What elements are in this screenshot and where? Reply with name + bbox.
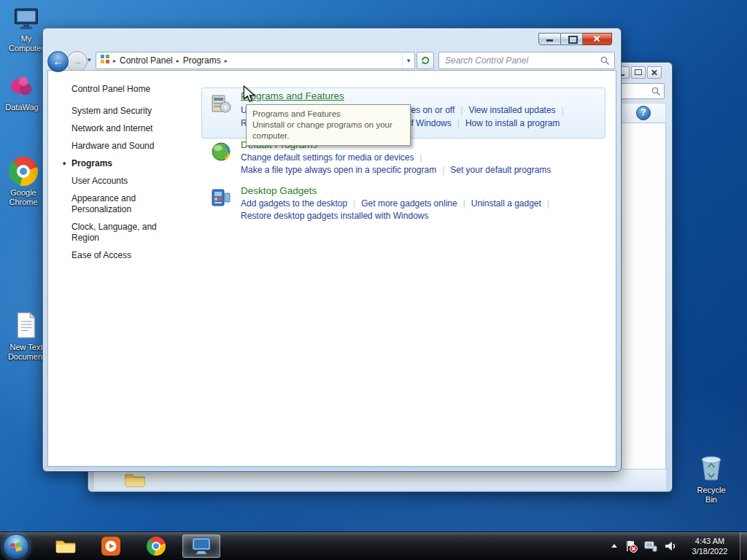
text-document-icon xyxy=(6,312,47,341)
mouse-cursor-icon xyxy=(242,85,257,106)
sidebar-item-programs-current[interactable]: Programs xyxy=(71,158,181,169)
task-row: Change default settings for media or dev… xyxy=(241,152,428,163)
task-link-get-more-gadgets[interactable]: Get more gadgets online xyxy=(361,198,471,209)
sidebar-item-appearance-and-personalization[interactable]: Appearance and Personalization xyxy=(71,193,181,215)
back-button[interactable]: ← xyxy=(47,51,69,72)
show-desktop-button[interactable] xyxy=(740,532,747,560)
system-tray xyxy=(611,532,677,560)
forward-button[interactable]: → xyxy=(66,51,88,72)
tooltip: Programs and Features Uninstall or chang… xyxy=(246,104,411,146)
desktop-icon-label: New Text Document xyxy=(6,343,47,362)
clock-date: 3/18/2022 xyxy=(684,546,735,556)
maximize-button[interactable] xyxy=(561,33,583,45)
programs-and-features-icon[interactable] xyxy=(211,93,231,114)
taskbar-button-explorer[interactable] xyxy=(47,534,85,558)
control-panel-window: ← → ▾ ▸ Control Panel ▸ Programs ▸ ▾ Con… xyxy=(42,28,622,472)
my-computer-icon xyxy=(6,7,47,32)
taskbar-button-chrome[interactable] xyxy=(137,534,175,558)
network-icon[interactable] xyxy=(644,540,657,552)
task-link-change-default-settings[interactable]: Change default settings for media or dev… xyxy=(241,152,428,163)
breadcrumb-dropdown-icon[interactable]: ▾ xyxy=(402,52,414,69)
desktop-icon-recycle-bin[interactable]: Recycle Bin xyxy=(691,452,732,505)
breadcrumb[interactable]: ▸ Control Panel ▸ Programs ▸ ▾ xyxy=(96,52,415,69)
explorer-folder-icon xyxy=(55,537,76,555)
desktop-icon-my-computer[interactable]: My Computer xyxy=(6,7,47,53)
task-row: Make a file type always open in a specif… xyxy=(241,165,551,175)
task-row: Add gadgets to the desktopGet more gadge… xyxy=(241,198,555,209)
sidebar-item-control-panel-home[interactable]: Control Panel Home xyxy=(71,84,196,94)
folder-icon xyxy=(125,471,145,491)
desktop-icon-new-text-document[interactable]: New Text Document xyxy=(6,312,47,362)
default-programs-icon[interactable] xyxy=(211,141,231,162)
control-panel-icon xyxy=(100,54,110,67)
search-icon xyxy=(651,86,661,96)
desktop-icon-datawag[interactable]: DataWag xyxy=(1,73,42,112)
taskbar-button-control-panel-active[interactable] xyxy=(182,534,220,558)
help-icon[interactable] xyxy=(636,106,651,120)
background-window-details-pane xyxy=(94,469,666,490)
desktop: My Computer DataWag Google Chrome New Te… xyxy=(0,0,747,560)
task-link-add-gadgets[interactable]: Add gadgets to the desktop xyxy=(241,198,361,209)
desktop-icon-google-chrome[interactable]: Google Chrome xyxy=(3,157,44,207)
refresh-button[interactable] xyxy=(417,52,434,69)
desktop-gadgets-icon[interactable] xyxy=(211,187,231,208)
chrome-icon xyxy=(9,157,38,186)
chrome-icon xyxy=(147,537,166,556)
task-link-set-default-programs[interactable]: Set your default programs xyxy=(450,165,551,175)
volume-icon[interactable] xyxy=(664,540,677,552)
breadcrumb-item-programs[interactable]: Programs xyxy=(179,55,225,66)
sidebar: Control Panel Home System and Security N… xyxy=(48,71,196,466)
desktop-icon-label: Google Chrome xyxy=(3,188,44,207)
taskbar: 4:43 AM 3/18/2022 xyxy=(0,532,747,560)
search-box xyxy=(438,52,615,69)
taskbar-buttons xyxy=(47,534,220,558)
maximize-button[interactable] xyxy=(631,66,646,79)
desktop-icon-label: My Computer xyxy=(6,34,47,53)
category-link-desktop-gadgets[interactable]: Desktop Gadgets xyxy=(241,185,317,196)
sidebar-item-hardware-and-sound[interactable]: Hardware and Sound xyxy=(71,141,181,152)
tooltip-title: Programs and Features xyxy=(252,109,404,120)
sidebar-item-system-and-security[interactable]: System and Security xyxy=(71,106,181,117)
close-button[interactable] xyxy=(583,33,612,45)
recycle-bin-icon xyxy=(691,452,732,483)
close-button[interactable] xyxy=(647,66,662,79)
taskbar-button-media-player[interactable] xyxy=(92,534,130,558)
search-input[interactable] xyxy=(439,52,601,69)
desktop-icon-label: Recycle Bin xyxy=(691,486,732,505)
start-button[interactable] xyxy=(3,534,29,560)
recent-pages-chevron-icon[interactable]: ▾ xyxy=(88,56,91,63)
sidebar-item-network-and-internet[interactable]: Network and Internet xyxy=(71,123,181,134)
show-hidden-icons-chevron-icon[interactable] xyxy=(611,543,618,549)
media-player-icon xyxy=(101,537,120,556)
sidebar-item-user-accounts[interactable]: User Accounts xyxy=(71,176,181,187)
clock-time: 4:43 AM xyxy=(684,536,735,546)
task-link-how-to-install[interactable]: How to install a program xyxy=(465,118,560,128)
search-icon xyxy=(600,55,610,66)
task-link-file-type-association[interactable]: Make a file type always open in a specif… xyxy=(241,165,450,175)
task-row: Restore desktop gadgets installed with W… xyxy=(241,211,428,221)
minimize-button[interactable] xyxy=(538,33,561,45)
tooltip-body: Uninstall or change programs on your com… xyxy=(252,120,404,141)
action-center-flag-icon[interactable] xyxy=(624,540,638,553)
windows-flag-icon xyxy=(9,540,23,554)
breadcrumb-item-control-panel[interactable]: Control Panel xyxy=(116,55,177,66)
task-link-restore-gadgets[interactable]: Restore desktop gadgets installed with W… xyxy=(241,211,428,221)
background-window-caption-buttons xyxy=(615,66,662,79)
breadcrumb-separator-icon: ▸ xyxy=(225,58,228,64)
task-link-uninstall-a-gadget[interactable]: Uninstall a gadget xyxy=(471,198,555,209)
task-link-view-installed-updates[interactable]: View installed updates xyxy=(468,105,569,115)
sidebar-item-clock-language-region[interactable]: Clock, Language, and Region xyxy=(71,222,181,244)
taskbar-clock[interactable]: 4:43 AM 3/18/2022 xyxy=(684,536,735,556)
desktop-icon-label: DataWag xyxy=(1,103,42,112)
active-window-icon xyxy=(192,537,211,555)
datawag-icon xyxy=(8,73,36,101)
caption-buttons xyxy=(538,33,612,45)
sidebar-item-ease-of-access[interactable]: Ease of Access xyxy=(71,250,181,261)
